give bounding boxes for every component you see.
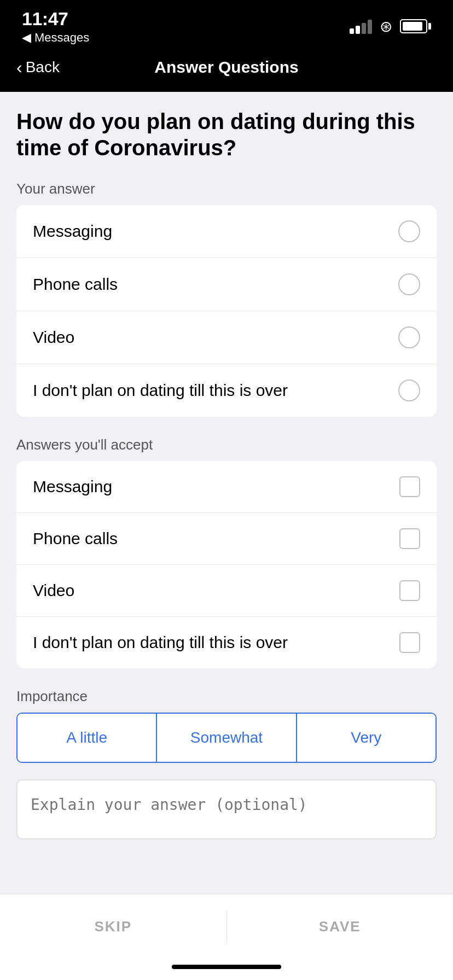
home-bar (172, 965, 281, 969)
page-title: Answer Questions (154, 58, 298, 77)
checkbox-nodating[interactable] (399, 632, 420, 653)
accept-video-label: Video (33, 581, 74, 600)
importance-very-button[interactable]: Very (297, 714, 435, 762)
list-item[interactable]: Messaging (16, 461, 437, 513)
option-phonecalls-label: Phone calls (33, 275, 118, 294)
accept-messaging-label: Messaging (33, 477, 112, 496)
option-messaging-label: Messaging (33, 222, 112, 241)
explain-section (16, 779, 437, 842)
importance-section: Importance A little Somewhat Very (16, 688, 437, 763)
list-item[interactable]: I don't plan on dating till this is over (16, 364, 437, 417)
back-label: Back (26, 59, 60, 76)
importance-buttons-group: A little Somewhat Very (16, 713, 437, 763)
importance-alittle-button[interactable]: A little (18, 714, 157, 762)
your-answer-card: Messaging Phone calls Video I don't plan… (16, 205, 437, 417)
nav-bar: ‹ Back Answer Questions (0, 48, 453, 92)
list-item[interactable]: Phone calls (16, 513, 437, 565)
list-item[interactable]: Video (16, 311, 437, 364)
status-bar: 11:47 ◀ Messages ⊛ (0, 0, 453, 48)
list-item[interactable]: I don't plan on dating till this is over (16, 617, 437, 668)
list-item[interactable]: Video (16, 565, 437, 617)
list-item[interactable]: Phone calls (16, 258, 437, 311)
radio-nodating[interactable] (398, 380, 420, 401)
checkbox-phonecalls[interactable] (399, 528, 420, 549)
chevron-left-icon: ‹ (16, 57, 22, 78)
skip-button[interactable]: SKIP (0, 899, 226, 955)
list-item[interactable]: Messaging (16, 205, 437, 258)
question-text: How do you plan on dating during this ti… (16, 108, 437, 161)
home-indicator (0, 959, 453, 980)
back-button[interactable]: ‹ Back (16, 57, 60, 78)
wifi-icon: ⊛ (380, 18, 392, 36)
status-carrier: ◀ Messages (22, 31, 89, 45)
battery-icon (400, 19, 431, 33)
accept-phonecalls-label: Phone calls (33, 529, 118, 548)
accept-card: Messaging Phone calls Video I don't plan… (16, 461, 437, 668)
explain-input[interactable] (16, 779, 437, 839)
save-button[interactable]: SAVE (227, 899, 454, 955)
radio-messaging[interactable] (398, 220, 420, 242)
content-area: How do you plan on dating during this ti… (0, 92, 453, 894)
option-video-label: Video (33, 328, 74, 347)
importance-somewhat-button[interactable]: Somewhat (157, 714, 297, 762)
radio-video[interactable] (398, 326, 420, 348)
status-icons: ⊛ (350, 18, 431, 36)
accept-label: Answers you'll accept (16, 436, 437, 453)
radio-phonecalls[interactable] (398, 273, 420, 295)
accept-nodating-label: I don't plan on dating till this is over (33, 633, 288, 652)
signal-icon (350, 19, 372, 34)
checkbox-messaging[interactable] (399, 476, 420, 497)
status-time: 11:47 (22, 8, 89, 30)
bottom-bar: SKIP SAVE (0, 894, 453, 959)
your-answer-label: Your answer (16, 180, 437, 197)
checkbox-video[interactable] (399, 580, 420, 601)
importance-label: Importance (16, 688, 437, 705)
option-nodating-label: I don't plan on dating till this is over (33, 381, 288, 400)
